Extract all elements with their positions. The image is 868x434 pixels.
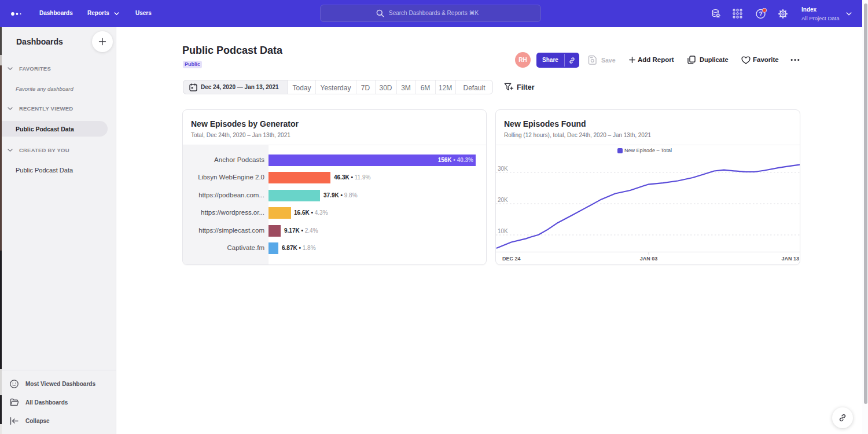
svg-text:20K: 20K: [498, 197, 508, 203]
svg-text:?: ?: [759, 11, 762, 17]
svg-text:DEC 24: DEC 24: [502, 256, 521, 262]
svg-text:30K: 30K: [498, 165, 508, 172]
svg-text:JAN 03: JAN 03: [640, 256, 658, 262]
svg-text:10K: 10K: [498, 228, 508, 234]
svg-text:JAN 13: JAN 13: [781, 256, 799, 262]
